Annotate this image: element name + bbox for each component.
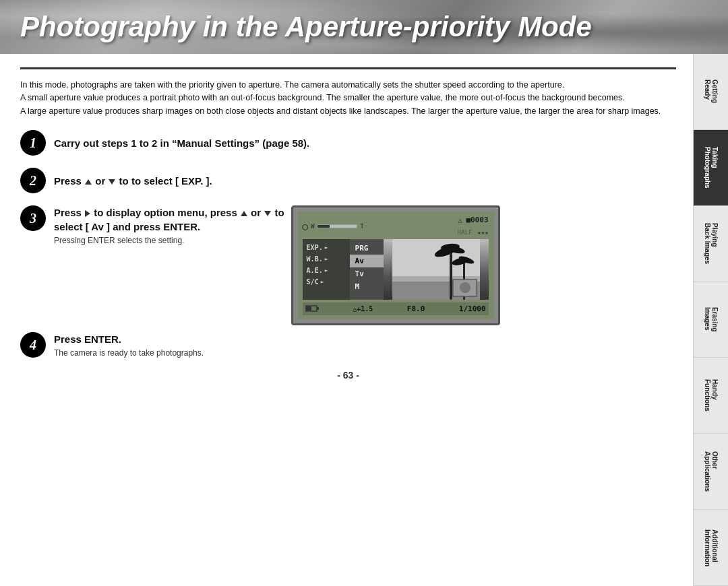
intro-line2: A small aperture value produces a portra… [20,92,676,104]
lcd-zoom-track [317,224,357,228]
sidebar-tab-additional-label: AdditionalInformation [704,529,719,566]
step-2-or: or [95,175,105,187]
lcd-menu-sc: S/C [307,278,319,286]
svg-rect-3 [450,253,452,300]
lcd-opt-tv: Tv [350,267,384,280]
sidebar-tab-erasing-label: ErasingImages [704,307,719,332]
step-3-wrapper: 3 Press to display option menu, press or… [20,205,676,325]
lcd-menu-row-wb: W.B. ► [303,253,350,265]
lcd-star-icons: ★★★ [477,229,488,236]
step-4-content: Press ENTER. The camera is ready to take… [54,332,676,358]
lcd-flash-indicator: △ [458,217,462,224]
battery-svg [305,305,319,312]
lcd-menu-row-exp: EXP. ► [303,242,350,253]
lcd-menu-exp: EXP. [307,244,323,251]
sidebar-tab-other-label: OtherApplications [704,451,719,492]
lcd-mode-area: ◯ W T [303,221,364,232]
lcd-battery-icon [305,304,319,314]
sidebar-tab-taking-photos[interactable]: TakingPhotographs [694,130,728,206]
sidebar-tab-other[interactable]: OtherApplications [694,434,728,510]
lcd-top-bar: ◯ W T △ ■0003 [303,216,489,236]
lcd-aperture: F8.0 [407,304,425,313]
lcd-menu-col1: EXP. ► W.B. ► A.E. ► [303,239,350,300]
step-2-press: Press [54,175,82,187]
lcd-camera-icon: ◯ [303,221,308,232]
step-4: 4 Press ENTER. The camera is ready to ta… [20,332,676,358]
lcd-shot-count: ■0003 [466,216,488,224]
lcd-half-label: HALF [458,229,473,236]
step-2-to: to [119,175,129,187]
sidebar-tab-erasing[interactable]: ErasingImages [694,282,728,358]
lcd-zoom-w: W [311,223,314,230]
top-border [20,67,676,69]
page-number: - 63 - [20,370,676,381]
arrow-up-icon [85,179,92,185]
content-area: In this mode, photographs are taken with… [0,54,693,586]
intro-text: In this mode, photographs are taken with… [20,79,676,118]
step-2: 2 Press or to to select [ EXP. ]. [20,168,676,193]
sidebar-tab-handy-label: HandyFunctions [704,379,719,412]
step-1: 1 Carry out steps 1 to 2 in “Manual Sett… [20,130,676,156]
step-2-text: Press or to to select [ EXP. ]. [54,175,212,187]
lcd-opt-prg: PRG [350,242,384,255]
step-3-sub: Pressing ENTER selects the setting. [54,236,284,245]
lcd-shutter: 1/1000 [459,304,486,313]
sidebar-tab-taking-photos-label: TakingPhotographs [704,147,719,189]
lcd-menu-ae: A.E. [307,267,323,274]
intro-line1: In this mode, photographs are taken with… [20,79,676,92]
lcd-screen: ◯ W T △ ■0003 [297,211,494,319]
lcd-menu-row-sc: S/C ► [303,276,350,288]
lcd-opt-av: Av [350,255,384,267]
sidebar-tab-playing-back-label: PlayingBack Images [704,223,719,264]
svg-rect-14 [317,307,319,310]
step-3-left: 3 Press to display option menu, press or… [20,205,284,245]
step-2-content: Press or to to select [ EXP. ]. [54,174,676,188]
step-1-text: Carry out steps 1 to 2 in “Manual Settin… [54,137,309,149]
step-3-arrow-up [241,211,247,216]
title-area: Photography in the Aperture-priority Mod… [0,0,728,54]
sidebar: GettingReady TakingPhotographs PlayingBa… [693,54,728,586]
step-3-number: 3 [20,205,46,231]
lcd-menu-ae-arrow: ► [325,267,328,273]
lcd-zoom-t: T [360,223,363,230]
intro-line3: A large aperture value produces sharp im… [20,105,676,118]
lcd-menu-row-ae: A.E. ► [303,265,350,276]
step-4-sub: The camera is ready to take photographs. [54,348,676,358]
lcd-opt-m: M [350,280,384,293]
step-3-arrow-right [85,210,90,217]
sidebar-tab-playing-back[interactable]: PlayingBack Images [694,206,728,282]
palm-svg [384,239,489,300]
step-3-content: Press to display option menu, press or t… [54,205,284,245]
lcd-menu-exp-arrow: ► [325,245,328,251]
svg-rect-15 [306,306,311,311]
lcd-zoom-fill [317,225,329,228]
step-1-content: Carry out steps 1 to 2 in “Manual Settin… [54,136,676,150]
step-2-number: 2 [20,168,46,193]
camera-display: ◯ W T △ ■0003 [291,205,500,325]
arrow-down-icon [109,179,115,185]
step-1-number: 1 [20,130,46,156]
sidebar-tab-handy[interactable]: HandyFunctions [694,358,728,434]
lcd-ev-value: △+1.5 [353,305,373,313]
page-title: Photography in the Aperture-priority Mod… [20,11,592,43]
sidebar-tab-getting-ready-label: GettingReady [704,79,719,103]
lcd-top-right: △ ■0003 HALF ★★★ [458,216,489,236]
step-3-arrow-down [264,211,271,216]
lcd-menu-options: PRG Av Tv M [350,239,384,300]
lcd-bottom-bar: △+1.5 F8.0 1/1000 [303,302,489,315]
svg-point-12 [460,282,471,293]
sidebar-tab-getting-ready[interactable]: GettingReady [694,54,728,130]
sidebar-tab-additional[interactable]: AdditionalInformation [694,510,728,586]
step-3-main: Press to display option menu, press or t… [54,205,284,234]
lcd-right-row: △ ■0003 [458,216,489,224]
main-wrapper: In this mode, photographs are taken with… [0,54,728,586]
lcd-menu-wb: W.B. [307,255,323,263]
lcd-body: EXP. ► W.B. ► A.E. ► [303,239,489,300]
step-4-main: Press ENTER. [54,332,676,346]
step-4-number: 4 [20,332,46,358]
lcd-menu-sc-arrow: ► [321,279,324,285]
lcd-stars: HALF ★★★ [458,226,489,236]
step-2-suffix: to select [ EXP. ]. [131,175,212,187]
lcd-photo-area [384,239,489,300]
lcd-menu-wb-arrow: ► [325,256,328,262]
